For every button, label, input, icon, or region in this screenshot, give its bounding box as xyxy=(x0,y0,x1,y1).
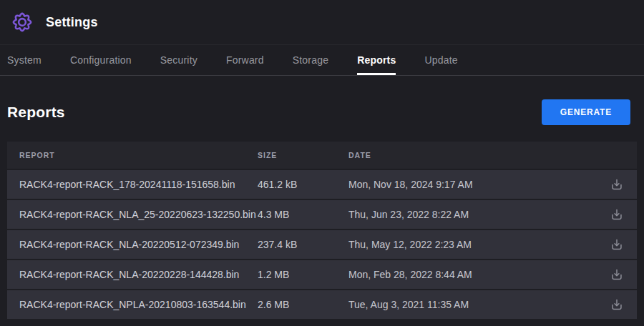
tab-bar: System Configuration Security Forward St… xyxy=(0,44,644,76)
report-filename: RACK4-report-RACK_178-20241118-151658.bi… xyxy=(19,179,258,190)
report-size: 1.2 MB xyxy=(258,269,348,280)
download-button[interactable] xyxy=(608,235,626,254)
table-row: RACK4-report-RACK_NLA-20220512-072349.bi… xyxy=(7,230,637,259)
page-header: Settings xyxy=(0,0,644,44)
report-size: 461.2 kB xyxy=(258,179,348,190)
report-filename: RACK4-report-RACK_NLA-20220512-072349.bi… xyxy=(19,239,258,250)
download-icon xyxy=(609,297,625,312)
report-filename: RACK4-report-RACK_NPLA-20210803-163544.b… xyxy=(19,299,258,310)
settings-page: Settings System Configuration Security F… xyxy=(0,0,644,326)
generate-button[interactable]: GENERATE xyxy=(542,99,630,125)
download-icon xyxy=(609,177,625,192)
tab-system[interactable]: System xyxy=(7,45,42,75)
report-date: Mon, Feb 28, 2022 8:44 AM xyxy=(348,269,597,280)
table-row: RACK4-report-RACK_NLA-20220228-144428.bi… xyxy=(7,260,637,289)
tab-update[interactable]: Update xyxy=(424,45,457,75)
column-header-size: SIZE xyxy=(258,151,348,159)
download-icon xyxy=(609,267,625,282)
report-size: 237.4 kB xyxy=(258,239,348,250)
report-filename: RACK4-report-RACK_NLA_25-20220623-132250… xyxy=(19,209,258,220)
table-row: RACK4-report-RACK_NPLA-20210803-163544.b… xyxy=(7,290,637,319)
tab-configuration[interactable]: Configuration xyxy=(70,45,132,75)
gear-icon xyxy=(10,10,34,34)
report-date: Mon, Nov 18, 2024 9:17 AM xyxy=(348,179,597,190)
page-title: Settings xyxy=(46,15,98,30)
report-size: 4.3 MB xyxy=(258,209,348,220)
report-date: Thu, Jun 23, 2022 8:22 AM xyxy=(348,209,597,220)
table-row: RACK4-report-RACK_178-20241118-151658.bi… xyxy=(7,170,637,199)
tab-forward[interactable]: Forward xyxy=(226,45,264,75)
download-button[interactable] xyxy=(608,175,626,194)
table-header-row: REPORT SIZE DATE xyxy=(7,142,637,169)
column-header-date: DATE xyxy=(348,151,597,159)
column-header-report: REPORT xyxy=(19,151,258,159)
tab-reports[interactable]: Reports xyxy=(357,45,396,75)
download-icon xyxy=(609,207,625,222)
tab-security[interactable]: Security xyxy=(160,45,197,75)
reports-table: REPORT SIZE DATE RACK4-report-RACK_178-2… xyxy=(7,142,637,319)
download-icon xyxy=(609,237,625,252)
download-button[interactable] xyxy=(608,265,626,284)
section-title: Reports xyxy=(7,104,65,121)
report-date: Thu, May 12, 2022 2:23 AM xyxy=(348,239,597,250)
tab-storage[interactable]: Storage xyxy=(293,45,328,75)
report-size: 2.6 MB xyxy=(258,299,348,310)
table-row: RACK4-report-RACK_NLA_25-20220623-132250… xyxy=(7,200,637,229)
download-button[interactable] xyxy=(608,205,626,224)
report-date: Tue, Aug 3, 2021 11:35 AM xyxy=(348,299,597,310)
report-filename: RACK4-report-RACK_NLA-20220228-144428.bi… xyxy=(19,269,258,280)
download-button[interactable] xyxy=(608,295,626,314)
reports-section-header: Reports GENERATE xyxy=(0,76,644,142)
